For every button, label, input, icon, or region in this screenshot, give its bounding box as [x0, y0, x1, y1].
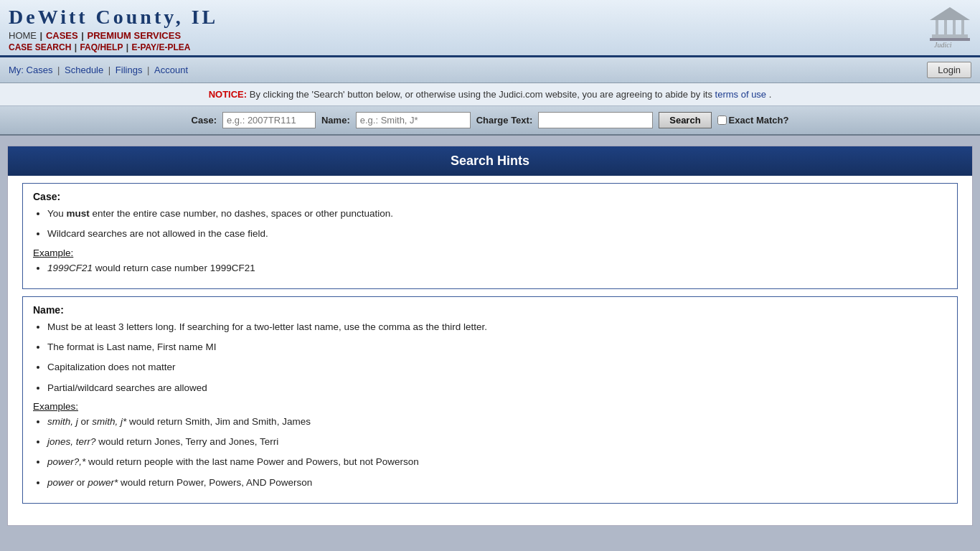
- exact-match-label: Exact Match?: [717, 115, 789, 126]
- name-hint-section: Name: Must be at least 3 letters long. I…: [22, 296, 958, 504]
- page-header: DeWitt County, IL HOME | CASES | PREMIUM…: [0, 0, 980, 57]
- notice-text: By clicking the 'Search' button below, o…: [250, 89, 715, 100]
- name-example-bullets: smith, j or smith, j* would return Smith…: [47, 415, 947, 490]
- case-hint-section: Case: You must enter the entire case num…: [22, 183, 958, 289]
- terms-of-use-link[interactable]: terms of use: [715, 89, 767, 100]
- mycases-bar: My: Cases | Schedule | Filings | Account…: [0, 57, 980, 83]
- mycases-schedule[interactable]: Schedule: [65, 65, 103, 75]
- name-example-2: jones, terr? would return Jones, Terry a…: [47, 435, 947, 449]
- nav-premium[interactable]: PREMIUM SERVICES: [88, 30, 182, 41]
- nav-secondary: CASE SEARCH | FAQ/HELP | E-PAY/E-PLEA: [9, 42, 218, 52]
- svg-marker-5: [930, 7, 970, 20]
- search-button[interactable]: Search: [659, 112, 711, 128]
- name-section-label: Name:: [33, 304, 947, 316]
- nav-faq[interactable]: FAQ/HELP: [80, 42, 123, 52]
- hints-body: Case: You must enter the entire case num…: [8, 176, 972, 525]
- case-label: Case:: [192, 115, 217, 126]
- judici-logo-icon: Judici: [928, 6, 971, 49]
- case-section-label: Case:: [33, 191, 947, 202]
- nav-home[interactable]: HOME: [9, 30, 37, 41]
- nav-epay[interactable]: E-PAY/E-PLEA: [131, 42, 190, 52]
- name-example-4: power or power* would return Power, Powe…: [47, 476, 947, 490]
- name-examples-label: Examples:: [33, 401, 947, 412]
- search-bar: Case: Name: Charge Text: Search Exact Ma…: [0, 106, 980, 136]
- nav-primary: HOME | CASES | PREMIUM SERVICES: [9, 30, 218, 41]
- mycases-prefix: My:: [9, 65, 27, 75]
- name-bullet-2: The format is Last name, First name MI: [47, 340, 947, 354]
- main-content: Search Hints Case: You must enter the en…: [7, 146, 973, 526]
- name-input[interactable]: [356, 112, 471, 128]
- case-example-label: Example:: [33, 248, 947, 258]
- nav-cases[interactable]: CASES: [46, 30, 78, 41]
- name-example-1: smith, j or smith, j* would return Smith…: [47, 415, 947, 429]
- charge-input[interactable]: [538, 112, 653, 128]
- notice-suffix: .: [769, 89, 772, 100]
- header-left: DeWitt County, IL HOME | CASES | PREMIUM…: [9, 6, 218, 52]
- case-bullets: You must enter the entire case number, n…: [47, 207, 947, 242]
- svg-rect-4: [961, 20, 964, 34]
- name-bullet-3: Capitalization does not matter: [47, 360, 947, 375]
- case-example-bullets: 1999CF21 would return case number 1999CF…: [47, 261, 947, 276]
- nav-case-search[interactable]: CASE SEARCH: [9, 42, 71, 52]
- exact-match-checkbox[interactable]: [717, 116, 727, 125]
- logo-area: Judici: [928, 6, 971, 49]
- svg-rect-1: [936, 20, 938, 34]
- login-button[interactable]: Login: [927, 62, 971, 78]
- case-bullet-1: You must enter the entire case number, n…: [47, 207, 947, 221]
- mycases-filings[interactable]: Filings: [116, 65, 143, 75]
- site-title: DeWitt County, IL: [9, 6, 218, 29]
- notice-bar: NOTICE: By clicking the 'Search' button …: [0, 83, 980, 106]
- name-example-3: power?,* would return people with the la…: [47, 455, 947, 469]
- svg-rect-3: [953, 20, 956, 34]
- svg-text:Judici: Judici: [934, 41, 952, 49]
- case-bullet-2: Wildcard searches are not allowed in the…: [47, 227, 947, 241]
- mycases-nav: My: Cases | Schedule | Filings | Account: [9, 65, 188, 75]
- name-bullets: Must be at least 3 letters long. If sear…: [47, 320, 947, 395]
- mycases-cases[interactable]: Cases: [27, 65, 53, 75]
- name-label: Name:: [321, 115, 350, 126]
- case-input[interactable]: [222, 112, 316, 128]
- charge-label: Charge Text:: [476, 115, 533, 126]
- svg-rect-0: [932, 34, 968, 38]
- svg-rect-2: [944, 20, 947, 34]
- name-bullet-4: Partial/wildcard searches are allowed: [47, 381, 947, 395]
- name-bullet-1: Must be at least 3 letters long. If sear…: [47, 320, 947, 334]
- notice-label: NOTICE:: [209, 89, 247, 100]
- exact-match-text: Exact Match?: [729, 115, 789, 126]
- search-hints-header: Search Hints: [8, 146, 972, 176]
- case-example-1: 1999CF21 would return case number 1999CF…: [47, 261, 947, 276]
- mycases-account[interactable]: Account: [154, 65, 188, 75]
